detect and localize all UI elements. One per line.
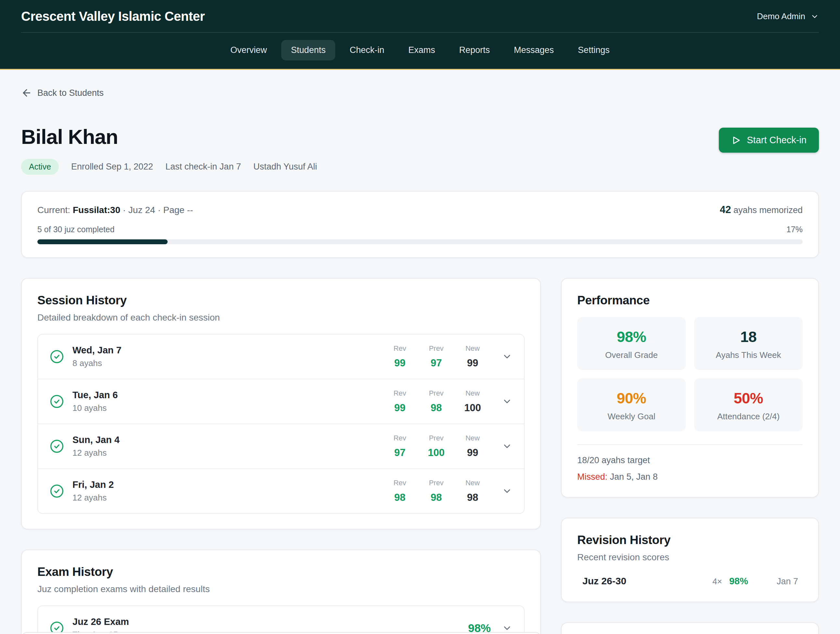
stat-ayahs-this-week: 18 Ayahs This Week [694, 317, 803, 370]
performance-stats: 98% Overall Grade 18 Ayahs This Week 90%… [577, 317, 803, 431]
prev-score: 98 [418, 402, 455, 414]
nav-check-in[interactable]: Check-in [340, 40, 394, 60]
new-score: 99 [455, 357, 491, 369]
session-row[interactable]: Sun, Jan 4 12 ayahs Rev97 Prev100 New99 [38, 424, 524, 468]
session-history-title: Session History [37, 293, 524, 307]
user-menu[interactable]: Demo Admin [757, 11, 819, 21]
progress-bar [37, 240, 803, 244]
play-icon [731, 136, 741, 145]
current-position: Current: Fussilat:30 · Juz 24 · Page -- [37, 205, 193, 215]
session-history-card: Session History Detailed breakdown of ea… [21, 278, 541, 530]
juz-completed-label: 5 of 30 juz completed [37, 225, 115, 234]
col-rev-label: Rev [382, 389, 418, 397]
last-checkin: Last check-in Jan 7 [165, 162, 241, 172]
nav-exams[interactable]: Exams [399, 40, 445, 60]
session-ayahs: 12 ayahs [73, 493, 114, 503]
col-prev-label: Prev [418, 389, 455, 397]
revision-history-card: Revision History Recent revision scores … [561, 518, 819, 602]
student-header: Bilal Khan Active Enrolled Sep 1, 2022 L… [21, 125, 819, 175]
exam-list: Juz 26 Exam Thu, Aug 15 98% [37, 606, 524, 634]
chevron-down-icon[interactable] [502, 486, 512, 496]
exam-name: Juz 26 Exam [73, 617, 129, 627]
divider [577, 444, 803, 445]
revision-range: Juz 26-30 [583, 576, 626, 587]
revision-history-title: Revision History [577, 533, 803, 547]
stat-label: Weekly Goal [581, 412, 682, 421]
stat-value: 18 [697, 328, 799, 345]
progress-fill [37, 240, 167, 244]
revision-history-subtitle: Recent revision scores [577, 552, 803, 563]
stat-label: Attendance (2/4) [697, 412, 799, 421]
main-content: Back to Students Bilal Khan Active Enrol… [0, 70, 840, 634]
nav-students[interactable]: Students [281, 40, 336, 60]
session-ayahs: 8 ayahs [73, 358, 122, 368]
stat-label: Ayahs This Week [697, 350, 799, 360]
check-circle-icon [50, 394, 64, 408]
prev-score: 97 [418, 357, 455, 369]
col-rev-label: Rev [382, 479, 418, 487]
nav-reports[interactable]: Reports [450, 40, 500, 60]
nav-overview[interactable]: Overview [221, 40, 277, 60]
exam-row[interactable]: Juz 26 Exam Thu, Aug 15 98% [38, 606, 524, 634]
col-new-label: New [455, 344, 491, 353]
current-label: Current: [37, 205, 70, 215]
stat-value: 50% [697, 390, 799, 407]
app-header: Crescent Valley Islamic Center Demo Admi… [0, 0, 840, 70]
chevron-down-icon[interactable] [502, 396, 512, 407]
rev-score: 99 [382, 357, 418, 369]
col-prev-label: Prev [418, 479, 455, 487]
col-rev-label: Rev [382, 344, 418, 353]
nav-settings[interactable]: Settings [568, 40, 619, 60]
progress-percent: 17% [786, 225, 803, 234]
exam-history-title: Exam History [37, 565, 524, 579]
prev-score: 100 [418, 447, 455, 459]
check-circle-icon [50, 439, 64, 453]
session-row[interactable]: Wed, Jan 7 8 ayahs Rev99 Prev97 New99 [38, 334, 524, 379]
user-name: Demo Admin [757, 11, 805, 21]
stat-overall-grade: 98% Overall Grade [577, 317, 686, 370]
start-checkin-label: Start Check-in [747, 135, 807, 145]
nav-messages[interactable]: Messages [504, 40, 564, 60]
session-date: Wed, Jan 7 [73, 345, 122, 356]
student-meta: Active Enrolled Sep 1, 2022 Last check-i… [21, 159, 317, 175]
col-rev-label: Rev [382, 434, 418, 442]
session-row[interactable]: Fri, Jan 2 12 ayahs Rev98 Prev98 New98 [38, 468, 524, 513]
new-score: 99 [455, 447, 491, 459]
revision-count: 4× [712, 577, 722, 587]
performance-card: Performance 98% Overall Grade 18 Ayahs T… [561, 278, 819, 498]
exam-history-card: Exam History Juz completion exams with d… [21, 550, 541, 634]
stat-weekly-goal: 90% Weekly Goal [577, 379, 686, 431]
missed-dates: Missed: Jan 5, Jan 8 [577, 472, 803, 482]
session-row[interactable]: Tue, Jan 6 10 ayahs Rev99 Prev98 New100 [38, 379, 524, 424]
status-badge: Active [21, 159, 59, 175]
missed-values: Jan 5, Jan 8 [610, 472, 658, 482]
ayahs-target: 18/20 ayahs target [577, 455, 803, 465]
performance-title: Performance [577, 293, 803, 307]
teacher-name: Ustadh Yusuf Ali [253, 162, 317, 172]
col-new-label: New [455, 389, 491, 397]
col-prev-label: Prev [418, 434, 455, 442]
main-nav: Overview Students Check-in Exams Reports… [0, 33, 840, 69]
stat-label: Overall Grade [581, 350, 682, 360]
revision-date: Jan 7 [777, 577, 798, 587]
session-ayahs: 10 ayahs [73, 403, 118, 413]
revision-row: Juz 26-30 4× 98% Jan 7 [577, 576, 803, 587]
back-to-students-link[interactable]: Back to Students [21, 87, 104, 98]
revision-score: 98% [729, 576, 748, 587]
current-surah: Fussilat:30 [73, 205, 120, 215]
student-name: Bilal Khan [21, 125, 317, 148]
chevron-down-icon[interactable] [502, 441, 512, 451]
start-checkin-button[interactable]: Start Check-in [719, 128, 819, 153]
exam-history-subtitle: Juz completion exams with detailed resul… [37, 584, 524, 595]
chevron-down-icon[interactable] [502, 352, 512, 362]
stat-value: 90% [581, 390, 682, 407]
session-list: Wed, Jan 7 8 ayahs Rev99 Prev97 New99 [37, 334, 524, 514]
settings-card: Settings Daily Goal 10 ayahs [561, 622, 819, 634]
col-prev-label: Prev [418, 344, 455, 353]
col-new-label: New [455, 479, 491, 487]
rev-score: 99 [382, 402, 418, 414]
stat-value: 98% [581, 328, 682, 345]
arrow-left-icon [21, 87, 32, 98]
session-date: Tue, Jan 6 [73, 390, 118, 401]
prev-score: 98 [418, 492, 455, 503]
